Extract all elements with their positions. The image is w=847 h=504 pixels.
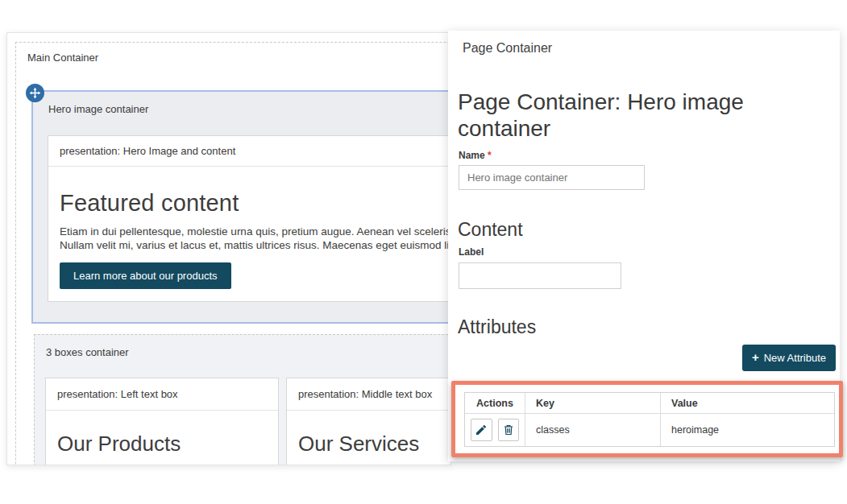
screen: Main Container Hero image container pres… [0, 0, 847, 504]
our-products-heading: Our Products [57, 432, 267, 456]
edit-attribute-button[interactable] [471, 419, 492, 441]
name-label-text: Name [459, 150, 485, 161]
new-attribute-button[interactable]: + New Attribute [742, 345, 836, 371]
column-header-key: Key [525, 393, 660, 413]
our-services-paragraph: Maecenas et odio dignissim, cursus r [298, 465, 451, 465]
pencil-icon [475, 423, 488, 436]
name-field-label: Name * [459, 150, 492, 161]
attributes-section-heading: Attributes [458, 316, 536, 338]
attributes-table: Actions Key Value [464, 392, 835, 447]
name-input[interactable] [459, 165, 645, 190]
our-services-heading: Our Services [298, 432, 451, 456]
attributes-table-header: Actions Key Value [465, 393, 834, 413]
left-text-box-component[interactable]: presentation: Left text box Our Products… [45, 378, 279, 465]
panel-breadcrumb: Page Container [463, 41, 552, 56]
three-boxes-container-label: 3 boxes container [46, 346, 129, 358]
value-cell: heroimage [660, 414, 834, 446]
hero-image-container-block[interactable]: Hero image container presentation: Hero … [31, 90, 451, 324]
annotation-highlight: Actions Key Value [451, 381, 843, 457]
hero-component[interactable]: presentation: Hero Image and content Fea… [48, 135, 451, 302]
key-cell: classes [525, 414, 660, 446]
new-attribute-button-label: New Attribute [764, 352, 826, 364]
required-asterisk: * [488, 150, 492, 161]
learn-more-button[interactable]: Learn more about our products [60, 262, 231, 289]
trash-icon [502, 423, 515, 436]
actions-cell [465, 414, 525, 446]
our-products-paragraph: Lorem ipsum dolor sit amet, consectetur [57, 465, 267, 465]
component-header-bar[interactable]: presentation: Left text box [46, 378, 278, 411]
delete-attribute-button[interactable] [498, 419, 520, 441]
left-text-box-body: Our Products Lorem ipsum dolor sit amet,… [46, 432, 278, 465]
label-field-label: Label [459, 246, 484, 258]
hero-container-label: Hero image container [48, 103, 148, 115]
main-container-label: Main Container [27, 52, 98, 64]
featured-content-paragraph: Etiam in dui pellentesque, molestie urna… [60, 225, 451, 252]
middle-text-box-component[interactable]: presentation: Middle text box Our Servic… [286, 378, 451, 465]
featured-content-heading: Featured content [60, 190, 451, 217]
component-header-label: presentation: Left text box [57, 388, 178, 400]
component-header-label: presentation: Middle text box [298, 388, 432, 400]
component-header-label: presentation: Hero Image and content [60, 145, 235, 157]
table-row: classes heroimage [465, 413, 834, 446]
plus-icon: + [752, 350, 759, 364]
page-editor-preview: Main Container Hero image container pres… [6, 32, 451, 465]
column-header-actions: Actions [465, 393, 525, 413]
hero-component-body: Featured content Etiam in dui pellentesq… [48, 190, 451, 289]
middle-text-box-body: Our Services Maecenas et odio dignissim,… [287, 432, 451, 465]
three-boxes-container-region[interactable]: 3 boxes container presentation: Left tex… [34, 334, 451, 465]
column-header-value: Value [660, 393, 834, 413]
component-header-bar[interactable]: presentation: Middle text box [287, 378, 451, 411]
arrows-move-glyph [29, 87, 41, 99]
main-container-region[interactable]: Main Container Hero image container pres… [15, 42, 451, 465]
label-input[interactable] [459, 262, 621, 289]
component-header-bar[interactable]: presentation: Hero Image and content [48, 136, 451, 167]
content-section-heading: Content [458, 219, 523, 241]
panel-title: Page Container: Hero image container [458, 89, 772, 142]
move-icon[interactable] [26, 84, 44, 102]
